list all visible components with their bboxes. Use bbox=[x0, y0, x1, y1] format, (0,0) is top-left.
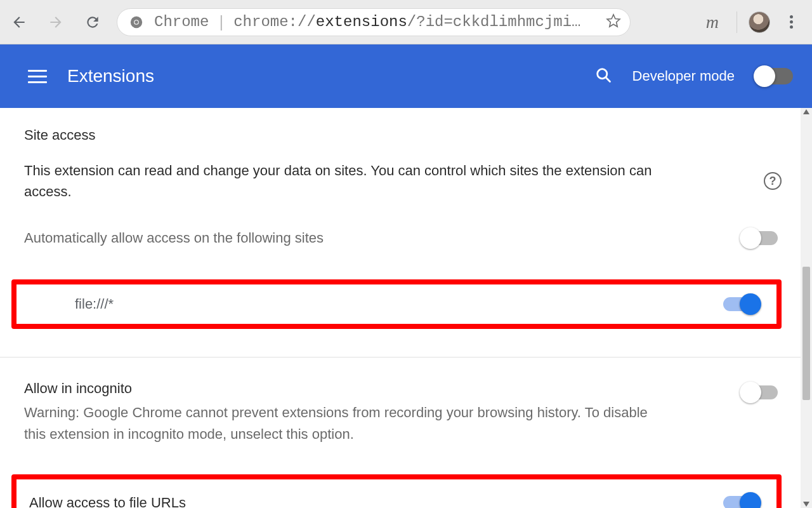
chrome-icon bbox=[129, 15, 144, 30]
profile-avatar[interactable] bbox=[749, 11, 770, 33]
auto-allow-toggle[interactable] bbox=[742, 231, 778, 245]
developer-mode-label: Developer mode bbox=[632, 68, 735, 84]
allow-incognito-heading: Allow in incognito bbox=[24, 380, 671, 397]
bookmark-star-icon[interactable] bbox=[606, 13, 621, 31]
allow-incognito-toggle[interactable] bbox=[742, 385, 778, 399]
allow-file-urls-label: Allow access to file URLs bbox=[29, 495, 186, 508]
reload-button[interactable] bbox=[80, 10, 105, 35]
site-access-heading: Site access bbox=[24, 127, 782, 144]
browser-menu-button[interactable] bbox=[782, 13, 801, 30]
omnibox-url: chrome://extensions/?id=ckkdlimhmcjmi… bbox=[233, 13, 580, 30]
browser-toolbar: Chrome | chrome://extensions/?id=ckkdlim… bbox=[0, 0, 812, 44]
forward-button[interactable] bbox=[43, 10, 69, 35]
search-icon[interactable] bbox=[594, 66, 612, 86]
extension-detail-panel: Site access This extension can read and … bbox=[0, 108, 801, 508]
auto-allow-label: Automatically allow access on the follow… bbox=[24, 230, 324, 246]
svg-line-4 bbox=[606, 77, 610, 81]
omnibox-separator: | bbox=[219, 12, 223, 32]
developer-mode-toggle[interactable] bbox=[755, 68, 793, 84]
url-path: /?id=ckkdlimhmcjmi… bbox=[407, 13, 581, 30]
back-button[interactable] bbox=[6, 10, 32, 35]
extensions-header: Extensions Developer mode bbox=[0, 44, 812, 108]
site-access-description: This extension can read and change your … bbox=[24, 160, 690, 202]
allow-incognito-warning: Warning: Google Chrome cannot prevent ex… bbox=[24, 402, 671, 445]
url-host: extensions bbox=[316, 13, 407, 30]
allow-file-urls-toggle[interactable] bbox=[723, 496, 759, 508]
svg-point-2 bbox=[134, 20, 138, 24]
menu-icon[interactable] bbox=[28, 70, 47, 83]
help-icon[interactable]: ? bbox=[764, 172, 782, 190]
url-scheme: chrome:// bbox=[233, 13, 316, 30]
extension-button[interactable]: m bbox=[700, 12, 725, 32]
allow-file-urls-row: Allow access to file URLs bbox=[11, 474, 782, 508]
toolbar-divider bbox=[737, 11, 737, 33]
scroll-down-arrow-icon[interactable] bbox=[803, 502, 809, 507]
omnibox-origin-label: Chrome bbox=[154, 13, 209, 30]
site-access-file-row: file:///* bbox=[11, 279, 782, 329]
page-title: Extensions bbox=[67, 66, 154, 86]
scroll-thumb[interactable] bbox=[802, 267, 810, 400]
address-bar[interactable]: Chrome | chrome://extensions/?id=ckkdlim… bbox=[117, 8, 631, 36]
site-pattern-label: file:///* bbox=[75, 296, 114, 312]
scroll-up-arrow-icon[interactable] bbox=[803, 109, 809, 114]
site-pattern-toggle[interactable] bbox=[723, 297, 759, 311]
vertical-scrollbar[interactable] bbox=[801, 108, 812, 508]
